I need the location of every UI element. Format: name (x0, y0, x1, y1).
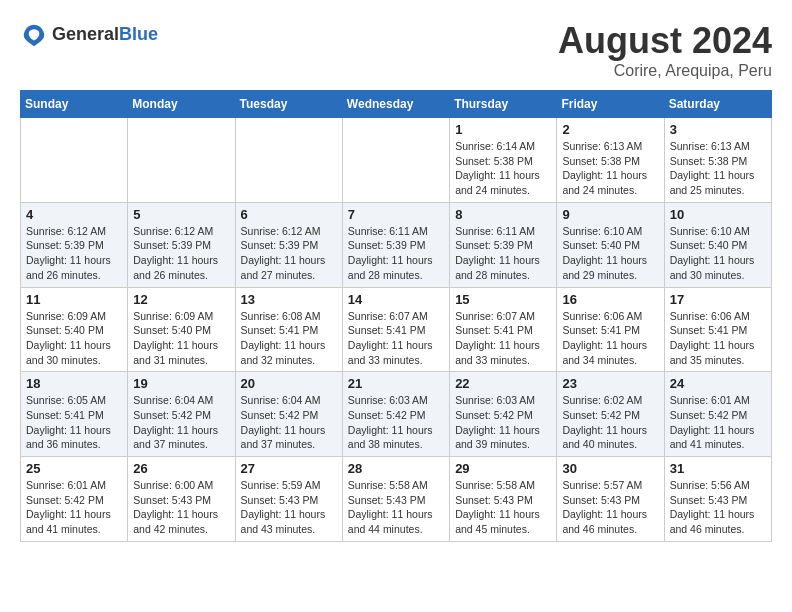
day-info: Sunrise: 6:04 AMSunset: 5:42 PMDaylight:… (133, 393, 229, 452)
logo: GeneralBlue (20, 20, 158, 48)
day-number: 15 (455, 292, 551, 307)
calendar-day: 10Sunrise: 6:10 AMSunset: 5:40 PMDayligh… (664, 202, 771, 287)
calendar-day (235, 118, 342, 203)
day-info: Sunrise: 6:09 AMSunset: 5:40 PMDaylight:… (26, 309, 122, 368)
day-header-saturday: Saturday (664, 91, 771, 118)
day-number: 3 (670, 122, 766, 137)
title-block: August 2024 Corire, Arequipa, Peru (558, 20, 772, 80)
day-info: Sunrise: 6:13 AMSunset: 5:38 PMDaylight:… (670, 139, 766, 198)
calendar-day: 2Sunrise: 6:13 AMSunset: 5:38 PMDaylight… (557, 118, 664, 203)
day-info: Sunrise: 6:06 AMSunset: 5:41 PMDaylight:… (670, 309, 766, 368)
day-number: 4 (26, 207, 122, 222)
day-info: Sunrise: 6:03 AMSunset: 5:42 PMDaylight:… (455, 393, 551, 452)
day-number: 31 (670, 461, 766, 476)
calendar-day: 21Sunrise: 6:03 AMSunset: 5:42 PMDayligh… (342, 372, 449, 457)
day-number: 19 (133, 376, 229, 391)
day-number: 14 (348, 292, 444, 307)
calendar-day: 3Sunrise: 6:13 AMSunset: 5:38 PMDaylight… (664, 118, 771, 203)
day-info: Sunrise: 6:02 AMSunset: 5:42 PMDaylight:… (562, 393, 658, 452)
calendar-day: 6Sunrise: 6:12 AMSunset: 5:39 PMDaylight… (235, 202, 342, 287)
calendar-day: 25Sunrise: 6:01 AMSunset: 5:42 PMDayligh… (21, 457, 128, 542)
calendar-day: 30Sunrise: 5:57 AMSunset: 5:43 PMDayligh… (557, 457, 664, 542)
logo-icon (20, 20, 48, 48)
calendar-day: 4Sunrise: 6:12 AMSunset: 5:39 PMDaylight… (21, 202, 128, 287)
calendar-day: 26Sunrise: 6:00 AMSunset: 5:43 PMDayligh… (128, 457, 235, 542)
day-header-friday: Friday (557, 91, 664, 118)
day-info: Sunrise: 6:11 AMSunset: 5:39 PMDaylight:… (348, 224, 444, 283)
day-info: Sunrise: 6:04 AMSunset: 5:42 PMDaylight:… (241, 393, 337, 452)
calendar-week-1: 1Sunrise: 6:14 AMSunset: 5:38 PMDaylight… (21, 118, 772, 203)
calendar-day: 1Sunrise: 6:14 AMSunset: 5:38 PMDaylight… (450, 118, 557, 203)
calendar-header: SundayMondayTuesdayWednesdayThursdayFrid… (21, 91, 772, 118)
calendar-day: 13Sunrise: 6:08 AMSunset: 5:41 PMDayligh… (235, 287, 342, 372)
day-number: 6 (241, 207, 337, 222)
day-info: Sunrise: 5:59 AMSunset: 5:43 PMDaylight:… (241, 478, 337, 537)
day-info: Sunrise: 5:58 AMSunset: 5:43 PMDaylight:… (348, 478, 444, 537)
day-info: Sunrise: 6:09 AMSunset: 5:40 PMDaylight:… (133, 309, 229, 368)
calendar-week-3: 11Sunrise: 6:09 AMSunset: 5:40 PMDayligh… (21, 287, 772, 372)
calendar-day: 9Sunrise: 6:10 AMSunset: 5:40 PMDaylight… (557, 202, 664, 287)
logo-blue-text: Blue (119, 24, 158, 44)
day-number: 27 (241, 461, 337, 476)
calendar-day: 29Sunrise: 5:58 AMSunset: 5:43 PMDayligh… (450, 457, 557, 542)
day-info: Sunrise: 5:56 AMSunset: 5:43 PMDaylight:… (670, 478, 766, 537)
day-number: 16 (562, 292, 658, 307)
calendar-day: 8Sunrise: 6:11 AMSunset: 5:39 PMDaylight… (450, 202, 557, 287)
calendar-day: 5Sunrise: 6:12 AMSunset: 5:39 PMDaylight… (128, 202, 235, 287)
calendar-day (21, 118, 128, 203)
calendar-day: 7Sunrise: 6:11 AMSunset: 5:39 PMDaylight… (342, 202, 449, 287)
day-number: 5 (133, 207, 229, 222)
day-number: 8 (455, 207, 551, 222)
day-header-sunday: Sunday (21, 91, 128, 118)
header-row: SundayMondayTuesdayWednesdayThursdayFrid… (21, 91, 772, 118)
day-number: 2 (562, 122, 658, 137)
day-info: Sunrise: 5:57 AMSunset: 5:43 PMDaylight:… (562, 478, 658, 537)
day-info: Sunrise: 6:12 AMSunset: 5:39 PMDaylight:… (241, 224, 337, 283)
day-header-tuesday: Tuesday (235, 91, 342, 118)
day-header-monday: Monday (128, 91, 235, 118)
calendar-day: 15Sunrise: 6:07 AMSunset: 5:41 PMDayligh… (450, 287, 557, 372)
calendar-day: 12Sunrise: 6:09 AMSunset: 5:40 PMDayligh… (128, 287, 235, 372)
calendar-day: 19Sunrise: 6:04 AMSunset: 5:42 PMDayligh… (128, 372, 235, 457)
day-info: Sunrise: 6:01 AMSunset: 5:42 PMDaylight:… (670, 393, 766, 452)
day-number: 9 (562, 207, 658, 222)
day-number: 26 (133, 461, 229, 476)
day-number: 10 (670, 207, 766, 222)
page-header: GeneralBlue August 2024 Corire, Arequipa… (20, 20, 772, 80)
day-number: 30 (562, 461, 658, 476)
day-info: Sunrise: 6:14 AMSunset: 5:38 PMDaylight:… (455, 139, 551, 198)
calendar-day: 24Sunrise: 6:01 AMSunset: 5:42 PMDayligh… (664, 372, 771, 457)
calendar-body: 1Sunrise: 6:14 AMSunset: 5:38 PMDaylight… (21, 118, 772, 542)
day-info: Sunrise: 6:07 AMSunset: 5:41 PMDaylight:… (455, 309, 551, 368)
calendar-week-4: 18Sunrise: 6:05 AMSunset: 5:41 PMDayligh… (21, 372, 772, 457)
day-info: Sunrise: 6:10 AMSunset: 5:40 PMDaylight:… (670, 224, 766, 283)
day-header-thursday: Thursday (450, 91, 557, 118)
day-info: Sunrise: 6:11 AMSunset: 5:39 PMDaylight:… (455, 224, 551, 283)
day-number: 21 (348, 376, 444, 391)
day-info: Sunrise: 6:03 AMSunset: 5:42 PMDaylight:… (348, 393, 444, 452)
day-info: Sunrise: 5:58 AMSunset: 5:43 PMDaylight:… (455, 478, 551, 537)
day-info: Sunrise: 6:08 AMSunset: 5:41 PMDaylight:… (241, 309, 337, 368)
calendar-day: 16Sunrise: 6:06 AMSunset: 5:41 PMDayligh… (557, 287, 664, 372)
calendar-day: 27Sunrise: 5:59 AMSunset: 5:43 PMDayligh… (235, 457, 342, 542)
day-info: Sunrise: 6:07 AMSunset: 5:41 PMDaylight:… (348, 309, 444, 368)
calendar-day: 17Sunrise: 6:06 AMSunset: 5:41 PMDayligh… (664, 287, 771, 372)
day-number: 11 (26, 292, 122, 307)
day-info: Sunrise: 6:12 AMSunset: 5:39 PMDaylight:… (26, 224, 122, 283)
calendar-day: 28Sunrise: 5:58 AMSunset: 5:43 PMDayligh… (342, 457, 449, 542)
day-number: 13 (241, 292, 337, 307)
day-number: 28 (348, 461, 444, 476)
day-info: Sunrise: 6:13 AMSunset: 5:38 PMDaylight:… (562, 139, 658, 198)
calendar-week-2: 4Sunrise: 6:12 AMSunset: 5:39 PMDaylight… (21, 202, 772, 287)
logo-general-text: General (52, 24, 119, 44)
day-number: 25 (26, 461, 122, 476)
day-number: 23 (562, 376, 658, 391)
calendar-week-5: 25Sunrise: 6:01 AMSunset: 5:42 PMDayligh… (21, 457, 772, 542)
location-title: Corire, Arequipa, Peru (558, 62, 772, 80)
day-header-wednesday: Wednesday (342, 91, 449, 118)
calendar-day: 22Sunrise: 6:03 AMSunset: 5:42 PMDayligh… (450, 372, 557, 457)
calendar-day (128, 118, 235, 203)
calendar-day: 31Sunrise: 5:56 AMSunset: 5:43 PMDayligh… (664, 457, 771, 542)
calendar-day: 11Sunrise: 6:09 AMSunset: 5:40 PMDayligh… (21, 287, 128, 372)
day-number: 22 (455, 376, 551, 391)
